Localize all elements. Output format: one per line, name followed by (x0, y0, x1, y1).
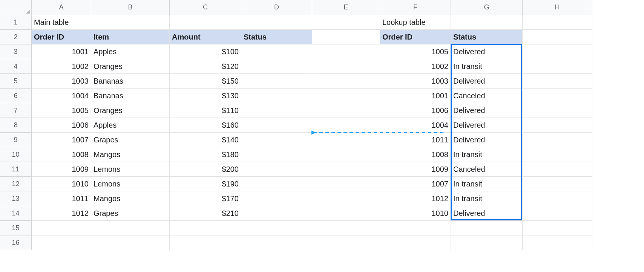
cell-C7[interactable]: $110 (170, 103, 241, 118)
col-header-E[interactable]: E (312, 0, 380, 15)
cell-A7[interactable]: 1005 (32, 103, 91, 118)
cell-B4[interactable]: Oranges (91, 59, 170, 74)
cell-F16[interactable] (380, 235, 451, 250)
cell-A16[interactable] (32, 235, 91, 250)
cell-F8[interactable]: 1004 (380, 118, 451, 133)
cell-D4[interactable] (241, 59, 312, 74)
cell-B8[interactable]: Apples (91, 118, 170, 133)
cell-F4[interactable]: 1002 (380, 59, 451, 74)
cell-H2[interactable] (523, 30, 592, 44)
cell-A6[interactable]: 1004 (32, 89, 91, 103)
cell-D7[interactable] (241, 103, 312, 118)
cell-G4[interactable]: In transit (451, 59, 523, 74)
cell-B5[interactable]: Bananas (91, 74, 170, 89)
cell-D15[interactable] (241, 221, 312, 235)
cell-D6[interactable] (241, 89, 312, 103)
cell-F6[interactable]: 1001 (380, 89, 451, 103)
row-header-3[interactable]: 3 (0, 44, 32, 59)
cell-H14[interactable] (523, 206, 592, 221)
cell-B7[interactable]: Oranges (91, 103, 170, 118)
cell-C3[interactable]: $100 (170, 44, 241, 59)
cell-D8[interactable] (241, 118, 312, 133)
cell-C5[interactable]: $150 (170, 74, 241, 89)
cell-F12[interactable]: 1007 (380, 177, 451, 191)
col-header-G[interactable]: G (451, 0, 523, 15)
cell-D14[interactable] (241, 206, 312, 221)
cell-B11[interactable]: Lemons (91, 162, 170, 177)
row-header-16[interactable]: 16 (0, 235, 32, 250)
cell-C15[interactable] (170, 221, 241, 235)
row-header-2[interactable]: 2 (0, 30, 32, 44)
cell-C9[interactable]: $140 (170, 133, 241, 147)
cell-E5[interactable] (312, 74, 380, 89)
row-header-9[interactable]: 9 (0, 133, 32, 147)
cell-G16[interactable] (451, 235, 523, 250)
cell-H4[interactable] (523, 59, 592, 74)
cell-H5[interactable] (523, 74, 592, 89)
cell-C16[interactable] (170, 235, 241, 250)
row-header-7[interactable]: 7 (0, 103, 32, 118)
cell-G10[interactable]: In transit (451, 147, 523, 162)
cell-D3[interactable] (241, 44, 312, 59)
cell-F1[interactable]: Lookup table (380, 15, 451, 30)
cell-C11[interactable]: $200 (170, 162, 241, 177)
cell-H9[interactable] (523, 133, 592, 147)
cell-B12[interactable]: Lemons (91, 177, 170, 191)
cell-D10[interactable] (241, 147, 312, 162)
cell-A15[interactable] (32, 221, 91, 235)
col-header-F[interactable]: F (380, 0, 451, 15)
cell-D13[interactable] (241, 191, 312, 206)
cell-C8[interactable]: $160 (170, 118, 241, 133)
cell-C6[interactable]: $130 (170, 89, 241, 103)
cell-H7[interactable] (523, 103, 592, 118)
cell-G5[interactable]: Delivered (451, 74, 523, 89)
row-header-6[interactable]: 6 (0, 89, 32, 103)
cell-G3[interactable]: Delivered (451, 44, 523, 59)
cell-A9[interactable]: 1007 (32, 133, 91, 147)
cell-D16[interactable] (241, 235, 312, 250)
cell-A10[interactable]: 1008 (32, 147, 91, 162)
row-header-10[interactable]: 10 (0, 147, 32, 162)
cell-F7[interactable]: 1006 (380, 103, 451, 118)
row-header-1[interactable]: 1 (0, 15, 32, 30)
cell-D9[interactable] (241, 133, 312, 147)
cell-B15[interactable] (91, 221, 170, 235)
cell-E1[interactable] (312, 15, 380, 30)
col-header-H[interactable]: H (523, 0, 592, 15)
cell-H8[interactable] (523, 118, 592, 133)
cell-E2[interactable] (312, 30, 380, 44)
cell-C12[interactable]: $190 (170, 177, 241, 191)
cell-E8[interactable] (312, 118, 380, 133)
cell-G1[interactable] (451, 15, 523, 30)
cell-G14[interactable]: Delivered (451, 206, 523, 221)
cell-B1[interactable] (91, 15, 170, 30)
cell-C2[interactable]: Amount (170, 30, 241, 44)
cell-F3[interactable]: 1005 (380, 44, 451, 59)
col-header-D[interactable]: D (241, 0, 312, 15)
cell-E14[interactable] (312, 206, 380, 221)
cell-F13[interactable]: 1012 (380, 191, 451, 206)
row-header-13[interactable]: 13 (0, 191, 32, 206)
col-header-A[interactable]: A (32, 0, 91, 15)
cell-A5[interactable]: 1003 (32, 74, 91, 89)
cell-G8[interactable]: Delivered (451, 118, 523, 133)
cell-E10[interactable] (312, 147, 380, 162)
cell-E12[interactable] (312, 177, 380, 191)
cell-G7[interactable]: Delivered (451, 103, 523, 118)
row-header-8[interactable]: 8 (0, 118, 32, 133)
cell-H11[interactable] (523, 162, 592, 177)
cell-G11[interactable]: Canceled (451, 162, 523, 177)
cell-B9[interactable]: Grapes (91, 133, 170, 147)
cell-C4[interactable]: $120 (170, 59, 241, 74)
row-header-5[interactable]: 5 (0, 74, 32, 89)
cell-B10[interactable]: Mangos (91, 147, 170, 162)
cell-A1[interactable]: Main table (32, 15, 91, 30)
cell-G6[interactable]: Canceled (451, 89, 523, 103)
cell-E6[interactable] (312, 89, 380, 103)
cell-E9[interactable] (312, 133, 380, 147)
cell-G2[interactable]: Status (451, 30, 523, 44)
cell-A11[interactable]: 1009 (32, 162, 91, 177)
cell-A14[interactable]: 1012 (32, 206, 91, 221)
row-header-15[interactable]: 15 (0, 221, 32, 235)
spreadsheet-grid[interactable]: A B C D E F G H 1 Main table Lookup tabl… (0, 0, 644, 250)
